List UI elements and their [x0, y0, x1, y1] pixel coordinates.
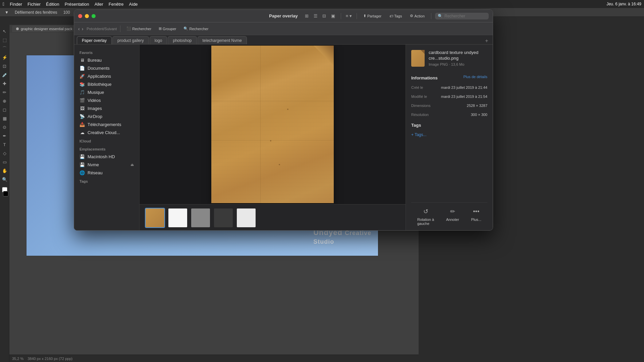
thumbnail-5[interactable] — [236, 208, 256, 228]
bureau-icon: 🖥 — [79, 57, 85, 63]
menubar-edition[interactable]: Édition — [46, 2, 59, 7]
sidebar-telechargements-label: Téléchargements — [88, 122, 121, 127]
apple-menu[interactable]:  — [3, 1, 4, 7]
sidebar-item-bibliotheque[interactable]: 📚 Bibliothèque — [74, 80, 139, 88]
tab-photoshop[interactable]: photoshop — [168, 36, 197, 44]
ps-tool-eyedropper[interactable]: 💉 — [1, 71, 8, 78]
tags-add-btn[interactable]: + Tags... — [411, 132, 487, 137]
thumbnail-2[interactable] — [168, 208, 188, 228]
sidebar-item-telechargements[interactable]: 📥 Téléchargements — [74, 120, 139, 128]
sidebar-item-airdrop[interactable]: 📡 AirDrop — [74, 112, 139, 120]
tab-telechargement[interactable]: telechargement Nvme — [198, 36, 247, 44]
finder-thumbnail-strip — [140, 204, 406, 231]
search-input[interactable] — [444, 14, 485, 18]
ps-tool-text[interactable]: T — [1, 141, 8, 148]
sidebar-nvme-label: Nvme — [88, 162, 99, 167]
menubar-aide[interactable]: Aide — [129, 2, 138, 7]
view-icon-cover[interactable]: ▣ — [329, 12, 337, 20]
annoter-icon: ✏ — [448, 207, 457, 216]
crease-h1 — [211, 101, 334, 101]
ps-tool-selector[interactable]: ▼ — [3, 9, 11, 15]
ps-tool-crop[interactable]: ⊡ — [1, 62, 8, 70]
ps-tool-hand[interactable]: ✋ — [1, 167, 8, 174]
sidebar-item-nvme[interactable]: 💾 Nvme ⏏ — [74, 161, 139, 169]
tag-icon: 🏷 — [389, 14, 393, 18]
ps-tool-color-bg[interactable] — [3, 191, 8, 196]
menubar-fenetre[interactable]: Fenêtre — [109, 2, 124, 7]
sidebar-item-reseau[interactable]: 🌐 Réseau — [74, 169, 139, 177]
ps-tool-move[interactable]: ↖ — [1, 27, 8, 35]
rechercher-label: Rechercher — [189, 27, 208, 31]
window-minimize-btn[interactable] — [85, 14, 89, 18]
presentation-label: Rechercher — [132, 27, 151, 31]
view-icon-gallery[interactable]: ⊟ — [320, 12, 328, 20]
ps-percent[interactable]: 100 — [61, 9, 72, 15]
tab-logo[interactable]: logo — [150, 36, 167, 44]
resolution-value: 300 × 300 — [471, 113, 487, 117]
sidebar-item-macintosh-hd[interactable]: 💾 Macintosh HD — [74, 153, 139, 161]
tab-add-btn[interactable]: + — [483, 38, 490, 44]
ps-tool-zoom[interactable]: 🔍 — [1, 176, 8, 183]
tags-btn[interactable]: 🏷 Tags — [387, 13, 405, 19]
sidebar-documents-label: Documents — [88, 66, 110, 71]
rechercher-icon: 🔍 — [183, 26, 188, 31]
sidebar-item-creative-cloud[interactable]: ☁ Creative Cloud... — [74, 128, 139, 136]
sidebar-item-videos[interactable]: 🎬 Vidéos — [74, 96, 139, 104]
presentation-btn[interactable]: ⬛ Rechercher — [124, 25, 154, 32]
menubar-fichier[interactable]: Fichier — [28, 2, 41, 7]
share-btn[interactable]: ⬆ Partager — [361, 13, 384, 19]
more-details-link[interactable]: Plus de détails — [463, 75, 487, 79]
thumbnail-4[interactable] — [213, 208, 233, 228]
ps-tool-clone[interactable]: ⊕ — [1, 97, 8, 105]
window-close-btn[interactable] — [78, 14, 82, 18]
nav-prev[interactable]: ‹ — [78, 26, 80, 32]
view-icon-columns[interactable]: ⊞ — [303, 12, 311, 20]
nvme-eject-icon[interactable]: ⏏ — [130, 163, 134, 167]
thumbnail-1[interactable] — [145, 208, 165, 228]
nav-next-icon: › — [82, 26, 84, 32]
ps-tool-lasso[interactable]: ⌒ — [1, 45, 8, 52]
menubar-presentation[interactable]: Présentation — [65, 2, 89, 7]
view-sort-btn[interactable]: ≡ ▾ — [345, 12, 353, 20]
ps-tool-gradient[interactable]: ▦ — [1, 115, 8, 122]
finder-title: Paper overlay — [269, 13, 298, 18]
menubar-finder[interactable]: Finder — [10, 2, 22, 7]
info-header-row: Informations Plus de détails — [411, 73, 487, 80]
ps-tool-pen[interactable]: ✒ — [1, 132, 8, 139]
ps-tool-shape[interactable]: ▭ — [1, 158, 8, 166]
ps-tool-path[interactable]: ◇ — [1, 149, 8, 157]
finder-search-bar[interactable]: 🔍 — [435, 13, 489, 19]
sidebar-label-tags: Tags — [74, 177, 139, 185]
sidebar-item-images[interactable]: 🖼 Images — [74, 104, 139, 112]
modified-key: Modifié le — [411, 95, 427, 99]
sidebar-reseau-label: Réseau — [88, 170, 103, 175]
sidebar-item-applications[interactable]: 🚀 Applications — [74, 72, 139, 80]
ps-tool-magic[interactable]: ⚡ — [1, 54, 8, 61]
file-preview-image — [211, 46, 334, 203]
tab-paper-overlay[interactable]: Paper overlay — [77, 36, 112, 44]
ps-tool-select[interactable]: ⬚ — [1, 36, 8, 44]
action-rotation-btn[interactable]: ↺ Rotation àgauche — [417, 207, 434, 226]
view-icon-list[interactable]: ☰ — [312, 12, 320, 20]
macintosh-hd-icon: 💾 — [79, 154, 85, 159]
rechercher-btn[interactable]: 🔍 Rechercher — [181, 25, 211, 32]
sidebar-item-documents[interactable]: 📄 Documents — [74, 64, 139, 72]
ps-tool-eraser[interactable]: ◻ — [1, 106, 8, 113]
ps-tool-dodge[interactable]: ⊙ — [1, 123, 8, 131]
action-btn[interactable]: ⚙ Action — [407, 13, 427, 19]
action-annoter-btn[interactable]: ✏ Annoter — [446, 207, 459, 226]
ps-tool-heal[interactable]: ✚ — [1, 80, 8, 87]
action-plus-btn[interactable]: ••• Plus... — [471, 207, 481, 226]
ps-tool-brush[interactable]: ✏ — [1, 88, 8, 96]
sidebar-item-bureau[interactable]: 🖥 Bureau — [74, 56, 139, 64]
group-btn[interactable]: ⊞ Grouper — [156, 25, 179, 32]
menubar-aller[interactable]: Aller — [95, 2, 103, 7]
search-icon: 🔍 — [438, 14, 443, 18]
tab-product-gallery[interactable]: product gallery — [112, 36, 149, 44]
thumbnail-3[interactable] — [191, 208, 211, 228]
sidebar-item-musique[interactable]: 🎵 Musique — [74, 88, 139, 96]
finder-titlebar: Paper overlay ⊞ ☰ ⊟ ▣ ≡ ▾ ⬆ Partager 🏷 T… — [74, 10, 493, 22]
group-label: Grouper — [163, 27, 176, 31]
nav-next[interactable]: › — [82, 26, 84, 32]
window-maximize-btn[interactable] — [92, 14, 96, 18]
